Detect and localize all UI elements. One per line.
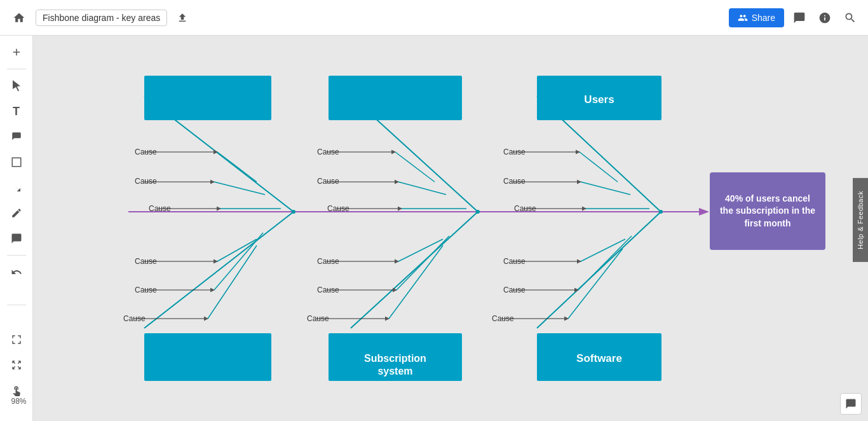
svg-text:Cause: Cause (135, 286, 157, 294)
svg-text:system: system (377, 366, 412, 376)
svg-line-5 (217, 152, 257, 182)
svg-text:Cause: Cause (503, 286, 526, 294)
svg-point-62 (292, 210, 295, 214)
svg-text:Cause: Cause (317, 148, 339, 156)
header-right: Share (729, 8, 860, 28)
cursor-tool-button[interactable] (5, 74, 28, 97)
svg-text:Cause: Cause (149, 204, 171, 213)
add-tool-button[interactable] (5, 41, 28, 64)
svg-line-43 (568, 249, 623, 319)
undo-button[interactable] (5, 261, 28, 284)
svg-text:Cause: Cause (317, 286, 339, 294)
fit-screen-button[interactable] (5, 328, 28, 351)
rect-tool-button[interactable] (5, 151, 28, 174)
svg-rect-0 (12, 158, 21, 167)
svg-text:Cause: Cause (307, 314, 329, 323)
toolbar-separator (7, 69, 26, 69)
svg-text:Cause: Cause (123, 314, 146, 323)
svg-line-31 (537, 212, 661, 328)
svg-line-27 (397, 236, 449, 290)
svg-point-64 (659, 210, 663, 214)
diagram-title: Fishbone diagram - key areas (43, 13, 160, 23)
export-button[interactable] (172, 8, 193, 28)
fishbone-svg: Cause Cause Cause Cause Cause Cause Caus… (33, 36, 868, 421)
result-box: 40% of users cancel the subscription in … (710, 172, 825, 250)
svg-text:Cause: Cause (317, 177, 339, 186)
svg-text:Users: Users (584, 93, 614, 106)
header-bar: Fishbone diagram - key areas Share (0, 0, 868, 36)
canvas-area: Cause Cause Cause Cause Cause Cause Caus… (33, 36, 868, 421)
arrow-tool-button[interactable] (5, 176, 28, 199)
comment-button[interactable] (789, 8, 810, 28)
left-toolbar: T 98% (0, 36, 33, 421)
svg-text:Cause: Cause (135, 148, 157, 156)
svg-text:Subscription: Subscription (364, 353, 426, 364)
help-feedback-label: Help & Feedback (857, 191, 864, 249)
svg-line-39 (581, 239, 625, 261)
svg-line-11 (217, 239, 257, 261)
svg-line-15 (208, 245, 257, 319)
sticker-tool-button[interactable] (5, 125, 28, 148)
svg-line-41 (578, 236, 632, 290)
pen-tool-button[interactable] (5, 202, 28, 224)
svg-line-21 (398, 182, 446, 195)
search-button[interactable] (840, 8, 860, 28)
svg-text:Cause: Cause (135, 177, 157, 186)
home-button[interactable] (8, 6, 31, 29)
text-tool-button[interactable]: T (5, 100, 28, 123)
svg-line-29 (389, 245, 443, 319)
svg-rect-65 (144, 76, 271, 120)
svg-text:Cause: Cause (503, 177, 526, 186)
svg-point-63 (476, 210, 480, 214)
info-button[interactable] (815, 8, 835, 28)
svg-text:Cause: Cause (503, 257, 526, 266)
help-feedback-panel[interactable]: Help & Feedback (853, 178, 868, 262)
toolbar-separator-3 (7, 305, 26, 305)
share-button[interactable]: Share (729, 8, 784, 27)
svg-text:Cause: Cause (327, 204, 349, 213)
chat-button[interactable] (840, 393, 862, 415)
zoom-out-button[interactable] (5, 354, 28, 376)
svg-text:Cause: Cause (135, 257, 157, 266)
svg-text:Cause: Cause (317, 257, 339, 266)
toolbar-separator-2 (7, 255, 26, 256)
svg-rect-66 (329, 76, 462, 120)
svg-line-17 (351, 212, 478, 328)
svg-text:Software: Software (576, 352, 622, 364)
comment-tool-button[interactable] (5, 227, 28, 250)
title-bar[interactable]: Fishbone diagram - key areas (36, 10, 167, 26)
svg-text:Cause: Cause (514, 204, 536, 213)
svg-text:Cause: Cause (503, 148, 526, 156)
svg-line-35 (581, 182, 630, 195)
svg-line-3 (144, 212, 294, 328)
svg-rect-69 (144, 333, 271, 381)
zoom-level: 98% (11, 397, 26, 406)
chat-icon (845, 398, 857, 410)
svg-line-13 (214, 233, 263, 290)
svg-text:Cause: Cause (492, 314, 514, 323)
